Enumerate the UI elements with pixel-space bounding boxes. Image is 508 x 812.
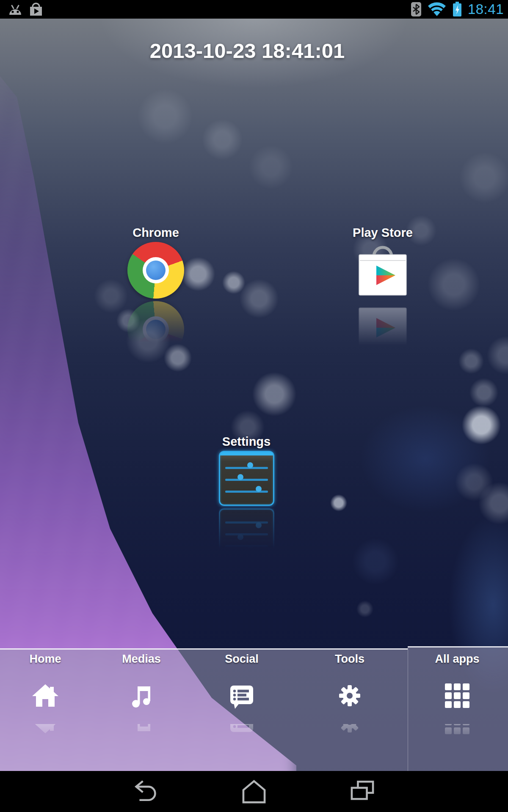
shortcut-settings-label: Settings bbox=[222, 435, 271, 448]
settings-icon bbox=[219, 508, 274, 563]
dock-category-medias[interactable]: Medias bbox=[95, 652, 188, 752]
home-button[interactable] bbox=[240, 778, 268, 806]
status-bar-clock: 18:41 bbox=[468, 0, 504, 19]
apps-grid-icon bbox=[443, 708, 471, 736]
chat-list-icon-reflection bbox=[228, 724, 256, 752]
dock-category-home[interactable]: Home bbox=[0, 652, 92, 752]
gear-icon bbox=[336, 708, 364, 736]
shortcut-play-store[interactable]: Play Store bbox=[336, 226, 429, 364]
apps-grid-icon-reflection bbox=[443, 724, 471, 752]
back-button[interactable] bbox=[132, 778, 160, 806]
gear-icon bbox=[336, 682, 364, 710]
shortcut-settings[interactable]: Settings bbox=[200, 435, 293, 566]
home-icon bbox=[31, 708, 59, 736]
back-icon bbox=[132, 778, 160, 806]
dock-category-social[interactable]: Social bbox=[195, 652, 288, 752]
recents-button[interactable] bbox=[348, 778, 376, 806]
dock-label-home: Home bbox=[29, 652, 61, 666]
dock-label-social: Social bbox=[225, 652, 259, 666]
dock-category-tools[interactable]: Tools bbox=[303, 652, 396, 752]
home-icon bbox=[31, 682, 59, 710]
chat-list-icon bbox=[228, 682, 256, 710]
dock-label-all-apps: All apps bbox=[435, 652, 479, 666]
dock-category-all-apps[interactable]: All apps bbox=[411, 652, 504, 752]
apps-grid-icon bbox=[443, 682, 471, 710]
status-bar-system: 18:41 bbox=[411, 0, 504, 19]
bluetooth-icon bbox=[411, 2, 421, 17]
shortcut-chrome[interactable]: Chrome bbox=[109, 226, 202, 360]
wifi-icon bbox=[427, 2, 447, 17]
status-bar-notifications bbox=[8, 2, 43, 16]
play-store-icon-reflection bbox=[354, 303, 411, 364]
clock-widget[interactable]: 2013-10-23 18:41:01 bbox=[150, 39, 345, 63]
home-icon-reflection bbox=[31, 724, 59, 752]
dock-label-tools: Tools bbox=[335, 652, 364, 666]
chat-list-icon bbox=[228, 708, 256, 736]
play-store-icon bbox=[354, 242, 411, 300]
dock-label-medias: Medias bbox=[122, 652, 161, 666]
home-nav-icon bbox=[240, 778, 268, 806]
recents-icon bbox=[348, 778, 376, 806]
chrome-icon bbox=[127, 242, 184, 299]
settings-icon-reflection bbox=[219, 508, 274, 566]
android-home-screen: 18:41 2013-10-23 18:41:01 Chrome Play St… bbox=[0, 0, 508, 812]
shortcut-play-store-label: Play Store bbox=[353, 226, 413, 239]
music-note-icon-reflection bbox=[127, 724, 155, 752]
play-store-icon bbox=[354, 303, 411, 361]
gear-icon-reflection bbox=[336, 724, 364, 752]
play-store-notification-icon bbox=[29, 2, 43, 16]
battery-charging-icon bbox=[453, 2, 462, 17]
chrome-icon-reflection bbox=[127, 301, 184, 360]
status-bar[interactable]: 18:41 bbox=[0, 0, 508, 19]
music-note-icon bbox=[127, 682, 155, 710]
settings-icon bbox=[219, 451, 274, 506]
music-note-icon bbox=[127, 708, 155, 736]
shortcut-chrome-label: Chrome bbox=[133, 226, 179, 239]
chrome-icon bbox=[127, 301, 184, 358]
android-robot-notification-icon bbox=[8, 3, 23, 16]
navigation-bar bbox=[0, 771, 508, 812]
